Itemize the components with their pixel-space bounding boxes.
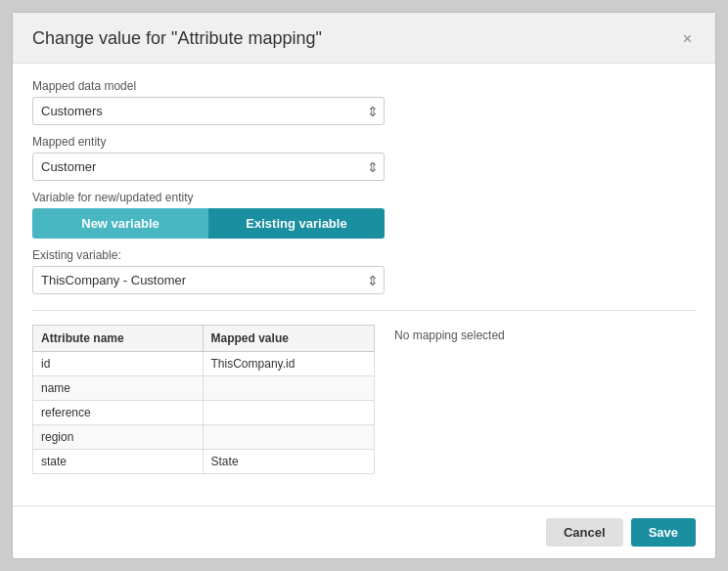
mapped-entity-group: Mapped entity Customer ⇕ — [32, 135, 696, 181]
existing-variable-group: Existing variable: ThisCompany - Custome… — [32, 248, 696, 294]
mapped-value-cell: State — [203, 450, 374, 474]
dialog-body: Mapped data model Customers ⇕ Mapped ent… — [13, 64, 715, 505]
table-row[interactable]: reference — [33, 401, 375, 425]
col-mapped-header: Mapped value — [203, 326, 374, 352]
close-button[interactable]: × — [679, 31, 696, 47]
dialog-footer: Cancel Save — [13, 505, 715, 558]
mapping-table-container: Attribute name Mapped value idThisCompan… — [32, 325, 375, 490]
mapped-entity-select[interactable]: Customer — [32, 153, 385, 181]
existing-variable-select[interactable]: ThisCompany - Customer — [32, 266, 385, 294]
variable-toggle-group: New variable Existing variable — [32, 208, 385, 239]
existing-variable-label: Existing variable: — [32, 248, 696, 262]
table-row[interactable]: stateState — [33, 450, 375, 474]
mapped-entity-label: Mapped entity — [32, 135, 696, 149]
dialog-title: Change value for "Attribute mapping" — [32, 28, 322, 49]
attribute-name-cell: region — [33, 425, 204, 450]
dialog: Change value for "Attribute mapping" × M… — [12, 12, 716, 559]
variable-label: Variable for new/updated entity — [32, 191, 696, 204]
no-mapping-text: No mapping selected — [394, 325, 696, 490]
mapped-data-model-select[interactable]: Customers — [32, 97, 385, 125]
existing-variable-button[interactable]: Existing variable — [208, 208, 385, 239]
mapped-data-model-select-wrapper: Customers ⇕ — [32, 97, 385, 125]
existing-variable-select-wrapper: ThisCompany - Customer ⇕ — [32, 266, 385, 294]
mapped-value-cell — [203, 376, 374, 401]
mapping-area: Attribute name Mapped value idThisCompan… — [32, 325, 696, 490]
new-variable-button[interactable]: New variable — [32, 208, 208, 239]
section-divider — [32, 310, 696, 311]
attribute-name-cell: name — [33, 376, 204, 401]
table-row[interactable]: region — [33, 425, 375, 450]
mapped-data-model-label: Mapped data model — [32, 79, 696, 93]
mapped-value-cell — [203, 425, 374, 450]
save-button[interactable]: Save — [631, 518, 696, 547]
cancel-button[interactable]: Cancel — [546, 518, 623, 547]
table-row[interactable]: idThisCompany.id — [33, 352, 375, 376]
attribute-name-cell: reference — [33, 401, 204, 425]
attribute-name-cell: state — [33, 450, 204, 474]
dialog-header: Change value for "Attribute mapping" × — [13, 13, 715, 64]
mapping-table: Attribute name Mapped value idThisCompan… — [32, 325, 375, 474]
table-row[interactable]: name — [33, 376, 375, 401]
mapped-entity-select-wrapper: Customer ⇕ — [32, 153, 385, 181]
col-attribute-header: Attribute name — [33, 326, 204, 352]
attribute-name-cell: id — [33, 352, 204, 376]
mapped-value-cell — [203, 401, 374, 425]
variable-group: Variable for new/updated entity New vari… — [32, 191, 696, 239]
mapped-data-model-group: Mapped data model Customers ⇕ — [32, 79, 696, 125]
mapped-value-cell: ThisCompany.id — [203, 352, 374, 376]
